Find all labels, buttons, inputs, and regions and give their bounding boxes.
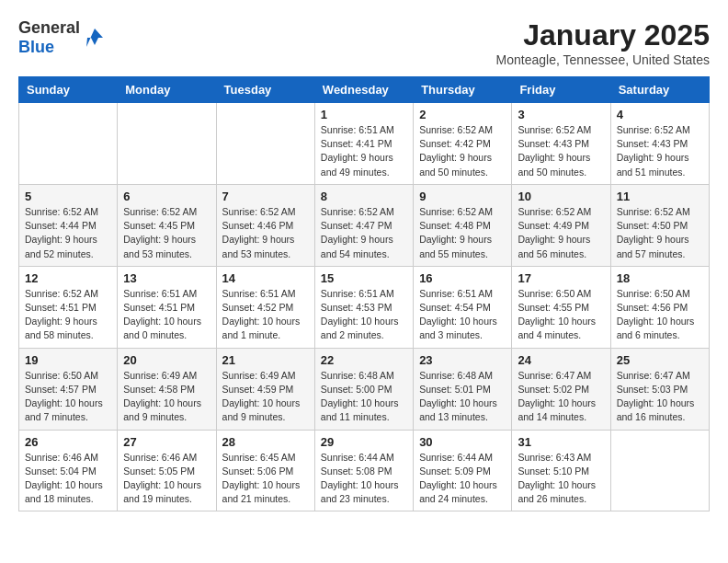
day-info: Sunrise: 6:50 AM Sunset: 4:56 PM Dayligh…: [617, 287, 703, 343]
day-number: 2: [419, 108, 506, 121]
calendar-cell-3-2: 13Sunrise: 6:51 AM Sunset: 4:51 PM Dayli…: [118, 266, 216, 348]
day-info: Sunrise: 6:48 AM Sunset: 5:00 PM Dayligh…: [321, 369, 407, 425]
day-number: 20: [123, 353, 210, 367]
day-number: 6: [123, 190, 210, 203]
day-info: Sunrise: 6:52 AM Sunset: 4:46 PM Dayligh…: [222, 205, 309, 261]
day-info: Sunrise: 6:46 AM Sunset: 5:04 PM Dayligh…: [25, 451, 111, 507]
day-number: 27: [123, 435, 210, 449]
calendar-cell-1-6: 3Sunrise: 6:52 AM Sunset: 4:43 PM Daylig…: [512, 103, 610, 185]
calendar-cell-1-4: 1Sunrise: 6:51 AM Sunset: 4:41 PM Daylig…: [314, 103, 413, 185]
calendar-cell-4-5: 23Sunrise: 6:48 AM Sunset: 5:01 PM Dayli…: [414, 348, 512, 430]
day-info: Sunrise: 6:47 AM Sunset: 5:02 PM Dayligh…: [518, 369, 604, 425]
day-number: 18: [617, 271, 703, 285]
day-number: 26: [25, 435, 111, 449]
day-number: 3: [518, 108, 604, 121]
day-number: 23: [419, 353, 506, 367]
day-info: Sunrise: 6:47 AM Sunset: 5:03 PM Dayligh…: [617, 369, 703, 425]
page-header: General Blue January 2025 Monteagle, Ten…: [18, 18, 710, 67]
day-info: Sunrise: 6:52 AM Sunset: 4:48 PM Dayligh…: [419, 205, 506, 261]
calendar-cell-2-4: 8Sunrise: 6:52 AM Sunset: 4:47 PM Daylig…: [314, 184, 413, 266]
day-info: Sunrise: 6:49 AM Sunset: 4:59 PM Dayligh…: [222, 369, 309, 425]
calendar-cell-3-7: 18Sunrise: 6:50 AM Sunset: 4:56 PM Dayli…: [610, 266, 709, 348]
day-number: 25: [617, 353, 703, 367]
day-info: Sunrise: 6:52 AM Sunset: 4:43 PM Dayligh…: [617, 123, 703, 179]
calendar-cell-1-7: 4Sunrise: 6:52 AM Sunset: 4:43 PM Daylig…: [610, 103, 709, 185]
calendar-cell-2-3: 7Sunrise: 6:52 AM Sunset: 4:46 PM Daylig…: [216, 184, 314, 266]
calendar-cell-3-3: 14Sunrise: 6:51 AM Sunset: 4:52 PM Dayli…: [216, 266, 314, 348]
day-number: 7: [222, 190, 309, 203]
day-number: 11: [617, 190, 703, 203]
calendar-cell-1-3: [216, 103, 314, 185]
week-row-5: 26Sunrise: 6:46 AM Sunset: 5:04 PM Dayli…: [19, 430, 710, 511]
day-number: 19: [25, 353, 111, 367]
day-info: Sunrise: 6:52 AM Sunset: 4:43 PM Dayligh…: [518, 123, 604, 179]
calendar-title: January 2025: [496, 18, 710, 52]
day-info: Sunrise: 6:52 AM Sunset: 4:42 PM Dayligh…: [419, 123, 506, 179]
day-info: Sunrise: 6:52 AM Sunset: 4:49 PM Dayligh…: [518, 205, 604, 261]
calendar-cell-5-1: 26Sunrise: 6:46 AM Sunset: 5:04 PM Dayli…: [19, 430, 118, 511]
calendar-cell-3-1: 12Sunrise: 6:52 AM Sunset: 4:51 PM Dayli…: [19, 266, 118, 348]
calendar-cell-5-3: 28Sunrise: 6:45 AM Sunset: 5:06 PM Dayli…: [216, 430, 314, 511]
logo-text: General Blue: [18, 18, 80, 57]
day-number: 1: [321, 108, 407, 121]
header-thursday: Thursday: [414, 77, 512, 103]
header-tuesday: Tuesday: [216, 77, 314, 103]
calendar-cell-4-1: 19Sunrise: 6:50 AM Sunset: 4:57 PM Dayli…: [19, 348, 118, 430]
day-info: Sunrise: 6:43 AM Sunset: 5:10 PM Dayligh…: [518, 451, 604, 507]
calendar-cell-1-1: [19, 103, 118, 185]
calendar-cell-4-4: 22Sunrise: 6:48 AM Sunset: 5:00 PM Dayli…: [314, 348, 413, 430]
header-sunday: Sunday: [19, 77, 118, 103]
calendar-cell-4-6: 24Sunrise: 6:47 AM Sunset: 5:02 PM Dayli…: [512, 348, 610, 430]
day-number: 14: [222, 271, 309, 285]
calendar-table: Sunday Monday Tuesday Wednesday Thursday…: [18, 76, 710, 511]
day-info: Sunrise: 6:52 AM Sunset: 4:45 PM Dayligh…: [123, 205, 210, 261]
day-info: Sunrise: 6:52 AM Sunset: 4:50 PM Dayligh…: [617, 205, 703, 261]
day-info: Sunrise: 6:44 AM Sunset: 5:08 PM Dayligh…: [321, 451, 407, 507]
day-number: 12: [25, 271, 111, 285]
day-number: 24: [518, 353, 604, 367]
calendar-cell-3-4: 15Sunrise: 6:51 AM Sunset: 4:53 PM Dayli…: [314, 266, 413, 348]
calendar-cell-2-5: 9Sunrise: 6:52 AM Sunset: 4:48 PM Daylig…: [414, 184, 512, 266]
day-info: Sunrise: 6:52 AM Sunset: 4:44 PM Dayligh…: [25, 205, 111, 261]
day-number: 15: [321, 271, 407, 285]
logo-general: General: [18, 18, 80, 37]
weekday-header-row: Sunday Monday Tuesday Wednesday Thursday…: [19, 77, 710, 103]
calendar-cell-1-5: 2Sunrise: 6:52 AM Sunset: 4:42 PM Daylig…: [414, 103, 512, 185]
week-row-2: 5Sunrise: 6:52 AM Sunset: 4:44 PM Daylig…: [19, 184, 710, 266]
calendar-cell-1-2: [118, 103, 216, 185]
day-number: 31: [518, 435, 604, 449]
day-number: 17: [518, 271, 604, 285]
day-info: Sunrise: 6:50 AM Sunset: 4:55 PM Dayligh…: [518, 287, 604, 343]
week-row-1: 1Sunrise: 6:51 AM Sunset: 4:41 PM Daylig…: [19, 103, 710, 185]
day-info: Sunrise: 6:51 AM Sunset: 4:53 PM Dayligh…: [321, 287, 407, 343]
svg-marker-0: [86, 29, 103, 47]
day-info: Sunrise: 6:48 AM Sunset: 5:01 PM Dayligh…: [419, 369, 506, 425]
logo-blue: Blue: [18, 38, 54, 56]
day-info: Sunrise: 6:52 AM Sunset: 4:51 PM Dayligh…: [25, 287, 111, 343]
calendar-cell-2-1: 5Sunrise: 6:52 AM Sunset: 4:44 PM Daylig…: [19, 184, 118, 266]
day-number: 5: [25, 190, 111, 203]
calendar-cell-5-7: [610, 430, 709, 511]
header-friday: Friday: [512, 77, 610, 103]
header-monday: Monday: [118, 77, 216, 103]
day-number: 10: [518, 190, 604, 203]
header-saturday: Saturday: [610, 77, 709, 103]
calendar-subtitle: Monteagle, Tennessee, United States: [496, 52, 710, 67]
header-wednesday: Wednesday: [314, 77, 413, 103]
day-number: 9: [419, 190, 506, 203]
calendar-cell-4-7: 25Sunrise: 6:47 AM Sunset: 5:03 PM Dayli…: [610, 348, 709, 430]
day-number: 16: [419, 271, 506, 285]
day-number: 29: [321, 435, 407, 449]
day-number: 8: [321, 190, 407, 203]
logo: General Blue: [18, 18, 108, 57]
calendar-cell-4-2: 20Sunrise: 6:49 AM Sunset: 4:58 PM Dayli…: [118, 348, 216, 430]
week-row-4: 19Sunrise: 6:50 AM Sunset: 4:57 PM Dayli…: [19, 348, 710, 430]
day-info: Sunrise: 6:51 AM Sunset: 4:54 PM Dayligh…: [419, 287, 506, 343]
calendar-cell-5-2: 27Sunrise: 6:46 AM Sunset: 5:05 PM Dayli…: [118, 430, 216, 511]
calendar-cell-5-5: 30Sunrise: 6:44 AM Sunset: 5:09 PM Dayli…: [414, 430, 512, 511]
calendar-cell-4-3: 21Sunrise: 6:49 AM Sunset: 4:59 PM Dayli…: [216, 348, 314, 430]
title-block: January 2025 Monteagle, Tennessee, Unite…: [496, 18, 710, 67]
day-number: 13: [123, 271, 210, 285]
day-info: Sunrise: 6:51 AM Sunset: 4:51 PM Dayligh…: [123, 287, 210, 343]
day-info: Sunrise: 6:49 AM Sunset: 4:58 PM Dayligh…: [123, 369, 210, 425]
